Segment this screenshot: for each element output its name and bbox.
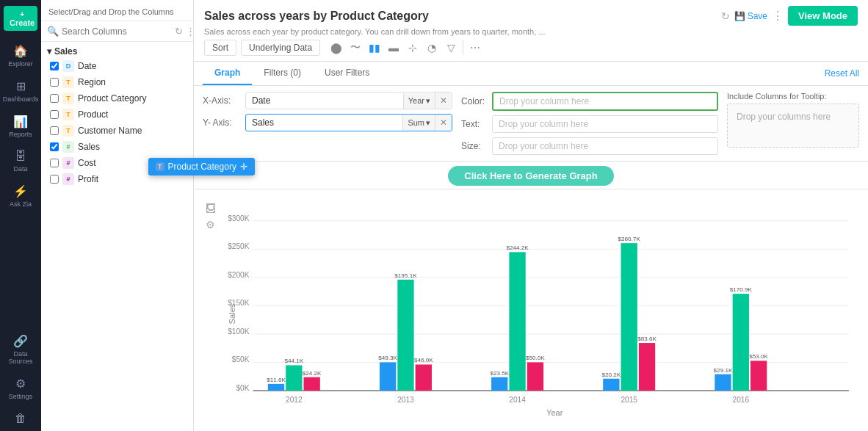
section-label[interactable]: ▾ Sales bbox=[47, 46, 187, 57]
y-axis-agg-value: Sum bbox=[408, 118, 424, 127]
chart-type-stacked-bar[interactable]: ▬ bbox=[385, 39, 402, 57]
chart-svg-area: Sales $300K $250K $200K $150K $100K $50K… bbox=[223, 197, 856, 431]
sidebar-item-settings[interactable]: ⚙ Settings bbox=[0, 371, 41, 406]
column-checkbox-region[interactable] bbox=[50, 78, 59, 87]
tab-graph[interactable]: Graph bbox=[203, 62, 252, 85]
more-options-icon[interactable]: ⋮ bbox=[772, 9, 784, 23]
svg-text:$150K: $150K bbox=[228, 299, 250, 307]
search-input[interactable] bbox=[62, 26, 172, 37]
toolbar: Sort Underlying Data ⬤ 〜 ▮▮ ▬ ⊹ ◔ ▽ ⋯ bbox=[204, 36, 858, 57]
sidebar-item-data[interactable]: 🗄 Data bbox=[0, 144, 41, 178]
column-checkbox-cost[interactable] bbox=[50, 159, 59, 167]
main-content: Sales across years by Product Category ↻… bbox=[194, 0, 868, 431]
more-chart-options[interactable]: ⋯ bbox=[466, 39, 484, 57]
refresh-icon[interactable]: ↻ bbox=[721, 10, 730, 22]
svg-rect-19 bbox=[304, 377, 320, 391]
gear-icon[interactable]: ⚙ bbox=[206, 219, 223, 231]
chart-type-pie[interactable]: ◔ bbox=[423, 39, 441, 57]
column-checkbox-product-category[interactable] bbox=[50, 94, 59, 103]
data-sources-label: Data Sources bbox=[3, 350, 38, 365]
y-axis-remove-button[interactable]: ✕ bbox=[435, 115, 452, 131]
chart-type-circle[interactable]: ⬤ bbox=[328, 39, 345, 57]
explorer-icon: 🏠 bbox=[13, 44, 28, 58]
column-item-region[interactable]: T Region bbox=[47, 74, 187, 90]
svg-text:$49.3K: $49.3K bbox=[378, 355, 397, 361]
drag-handle-icon: ✛ bbox=[240, 162, 247, 172]
save-icon: 💾 bbox=[734, 11, 745, 21]
filter-icon[interactable]: ⛾ bbox=[206, 203, 223, 214]
chart-type-funnel[interactable]: ▽ bbox=[442, 39, 460, 57]
column-checkbox-date[interactable] bbox=[50, 62, 59, 70]
svg-text:$100K: $100K bbox=[228, 327, 250, 336]
sidebar-item-explorer[interactable]: 🏠 Explorer bbox=[0, 38, 41, 73]
sidebar-item-ask-zia[interactable]: ⚡ Ask Zia bbox=[0, 178, 41, 214]
column-checkbox-customer-name[interactable] bbox=[50, 126, 59, 135]
chart-type-scatter[interactable]: ⊹ bbox=[404, 39, 422, 57]
size-row: Size: Drop your column here bbox=[461, 137, 718, 155]
x-axis-agg-select[interactable]: Year ▾ bbox=[403, 93, 435, 109]
ask-zia-label: Ask Zia bbox=[10, 200, 32, 208]
underlying-data-button[interactable]: Underlying Data bbox=[241, 40, 320, 56]
svg-rect-29 bbox=[491, 377, 507, 391]
x-axis-agg-value: Year bbox=[408, 96, 424, 105]
svg-text:$53.0K: $53.0K bbox=[749, 353, 768, 360]
save-button[interactable]: 💾 Save bbox=[734, 11, 767, 21]
column-item-date[interactable]: D Date bbox=[47, 58, 187, 74]
column-label-sales: Sales bbox=[78, 142, 100, 152]
column-checkbox-product[interactable] bbox=[50, 110, 59, 119]
color-row: Color: Drop your column here bbox=[461, 92, 718, 111]
chevron-down-icon: ▾ bbox=[47, 46, 51, 57]
svg-text:Year: Year bbox=[546, 408, 563, 417]
tab-filters[interactable]: Filters (0) bbox=[252, 62, 313, 85]
sidebar-item-reports[interactable]: 📊 Reports bbox=[0, 109, 41, 144]
sort-button[interactable]: Sort bbox=[204, 40, 236, 56]
color-text-size-section: Color: Drop your column here Text: Drop … bbox=[461, 92, 718, 155]
generate-graph-button[interactable]: Click Here to Generate Graph bbox=[448, 166, 613, 186]
svg-text:$11.6K: $11.6K bbox=[267, 377, 286, 383]
svg-text:2012: 2012 bbox=[286, 396, 303, 404]
column-item-product-category[interactable]: T Product Category bbox=[47, 90, 187, 106]
chart-type-line[interactable]: 〜 bbox=[347, 39, 364, 57]
include-drop-zone[interactable]: Drop your columns here bbox=[727, 104, 859, 148]
column-checkbox-sales[interactable] bbox=[50, 142, 59, 151]
color-drop-zone[interactable]: Drop your column here bbox=[492, 92, 718, 111]
size-drop-zone[interactable]: Drop your column here bbox=[492, 137, 718, 155]
chart-area: ⛾ ⚙ Sales $300K $250K $200K $150K $100K … bbox=[194, 189, 868, 431]
chart-type-bar[interactable]: ▮▮ bbox=[366, 39, 383, 57]
column-item-sales[interactable]: # Sales bbox=[47, 139, 187, 155]
column-label-customer-name: Customer Name bbox=[78, 126, 142, 136]
refresh-icon[interactable]: ↻ bbox=[175, 26, 183, 37]
column-checkbox-profit[interactable] bbox=[50, 175, 59, 184]
sidebar-item-data-sources[interactable]: 🔗 Data Sources bbox=[0, 328, 41, 371]
config-panel: X-Axis: Date Year ▾ ✕ Y- Axis: Sales Sum bbox=[194, 86, 868, 162]
x-axis-remove-button[interactable]: ✕ bbox=[435, 93, 452, 109]
trash-icon: 🗑 bbox=[15, 412, 26, 425]
text-drop-zone[interactable]: Drop your column here bbox=[492, 115, 718, 133]
reset-all-button[interactable]: Reset All bbox=[825, 68, 859, 79]
settings-icon: ⚙ bbox=[15, 377, 26, 391]
svg-rect-47 bbox=[751, 361, 767, 391]
section-title: Sales bbox=[54, 46, 77, 57]
y-axis-field: Sales Sum ▾ ✕ bbox=[245, 114, 452, 131]
column-type-region: T bbox=[62, 76, 74, 88]
svg-rect-38 bbox=[621, 243, 637, 391]
y-axis-field-name: Sales bbox=[246, 115, 402, 131]
tab-user-filters[interactable]: User Filters bbox=[313, 62, 381, 85]
drag-item-label: Product Category bbox=[168, 162, 236, 172]
column-type-product-category: T bbox=[62, 93, 74, 104]
column-item-product[interactable]: T Product bbox=[47, 106, 187, 123]
sidebar-item-trash[interactable]: 🗑 bbox=[0, 406, 41, 431]
svg-rect-24 bbox=[397, 280, 413, 391]
view-mode-button[interactable]: View Mode bbox=[788, 6, 858, 26]
y-axis-agg-select[interactable]: Sum ▾ bbox=[402, 115, 435, 131]
column-label-product-category: Product Category bbox=[78, 93, 146, 104]
svg-rect-36 bbox=[603, 379, 619, 391]
sidebar-item-dashboards[interactable]: ⊞ Dashboards bbox=[0, 73, 41, 109]
svg-rect-31 bbox=[509, 252, 525, 391]
svg-text:$24.2K: $24.2K bbox=[303, 370, 322, 377]
column-item-customer-name[interactable]: T Customer Name bbox=[47, 123, 187, 139]
create-button[interactable]: + Create bbox=[4, 6, 37, 31]
header-actions: ↻ 💾 Save ⋮ View Mode bbox=[721, 6, 858, 26]
include-columns-title: Include Columns for Tooltip: bbox=[727, 92, 859, 101]
svg-rect-22 bbox=[380, 362, 396, 391]
